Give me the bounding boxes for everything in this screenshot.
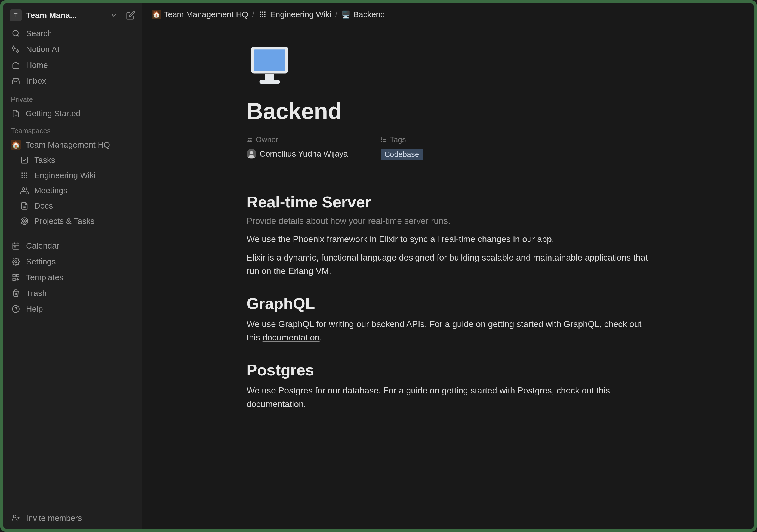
svg-rect-44 xyxy=(254,49,286,71)
workspace-switcher[interactable]: T Team Mana... xyxy=(3,6,142,24)
sidebar-page-projects-tasks[interactable]: Projects & Tasks xyxy=(3,213,142,229)
svg-point-0 xyxy=(13,30,18,36)
svg-rect-9 xyxy=(24,175,25,176)
chevron-down-icon xyxy=(110,12,117,19)
sidebar-item-label: Meetings xyxy=(34,186,68,195)
sidebar-item-label: Trash xyxy=(26,289,47,298)
house-icon: 🏠 xyxy=(152,10,161,19)
section-heading: Real-time Server xyxy=(247,193,649,211)
breadcrumb-label: Backend xyxy=(353,10,385,19)
page-icon xyxy=(11,109,21,118)
sidebar-page-tasks[interactable]: Tasks xyxy=(3,152,142,168)
section-heading: GraphQL xyxy=(247,294,649,313)
svg-rect-45 xyxy=(265,74,274,80)
tag-chip: Codebase xyxy=(381,149,423,160)
sidebar-item-home[interactable]: Home xyxy=(3,57,142,73)
svg-rect-12 xyxy=(24,177,25,178)
sidebar-page-meetings[interactable]: Meetings xyxy=(3,183,142,198)
sidebar-invite-members[interactable]: Invite members xyxy=(3,510,142,526)
main-content: 🏠 Team Management HQ / Engineering Wiki … xyxy=(142,3,754,529)
property-owner[interactable]: Owner Cornellius Yudha Wijaya xyxy=(247,135,348,160)
sidebar-item-label: Team Management HQ xyxy=(26,140,110,149)
sidebar-item-label: Search xyxy=(26,29,52,38)
sidebar-item-label: Settings xyxy=(26,257,55,266)
svg-rect-41 xyxy=(262,16,263,17)
sidebar-section-teamspaces: Teamspaces xyxy=(3,121,142,137)
svg-rect-6 xyxy=(24,172,25,174)
breadcrumb-item-wiki[interactable]: Engineering Wiki xyxy=(258,10,331,19)
paragraph: We use Postgres for our database. For a … xyxy=(247,384,649,411)
svg-point-19 xyxy=(24,221,25,222)
property-value: Cornellius Yudha Wijaya xyxy=(259,149,348,158)
sidebar-item-settings[interactable]: Settings xyxy=(3,254,142,269)
sidebar-page-engineering-wiki[interactable]: Engineering Wiki xyxy=(3,168,142,183)
sidebar-item-label: Templates xyxy=(26,273,63,282)
sidebar: T Team Mana... Search Notion AI xyxy=(3,3,142,529)
sidebar-item-help[interactable]: Help xyxy=(3,301,142,317)
documentation-link[interactable]: documentation xyxy=(262,332,320,342)
page-hero-icon[interactable] xyxy=(247,42,293,88)
sidebar-item-label: Getting Started xyxy=(26,109,80,118)
templates-icon xyxy=(11,273,21,282)
breadcrumb-label: Team Management HQ xyxy=(164,10,248,19)
property-tags[interactable]: Tags Codebase xyxy=(381,135,423,160)
svg-rect-4 xyxy=(21,157,28,163)
search-icon xyxy=(11,29,21,38)
svg-point-18 xyxy=(23,219,27,223)
paragraph: We use the Phoenix framework in Elixir t… xyxy=(247,233,649,246)
settings-icon xyxy=(11,258,21,266)
grid-icon xyxy=(19,171,29,180)
sidebar-item-inbox[interactable]: Inbox xyxy=(3,73,142,89)
breadcrumb-label: Engineering Wiki xyxy=(270,10,331,19)
property-label: Tags xyxy=(390,135,406,144)
sidebar-section-private: Private xyxy=(3,90,142,106)
sidebar-item-label: Invite members xyxy=(26,514,82,523)
new-page-icon[interactable] xyxy=(126,11,135,20)
svg-rect-11 xyxy=(22,177,23,178)
computer-icon: 🖥️ xyxy=(341,10,350,19)
ai-icon xyxy=(11,45,21,53)
sidebar-item-notion-ai[interactable]: Notion AI xyxy=(3,41,142,57)
svg-rect-28 xyxy=(13,278,15,281)
breadcrumb-item-current[interactable]: 🖥️ Backend xyxy=(341,10,385,19)
sidebar-item-templates[interactable]: Templates xyxy=(3,269,142,285)
svg-rect-38 xyxy=(262,14,263,15)
sidebar-item-label: Notion AI xyxy=(26,45,59,54)
section-graphql: GraphQL We use GraphQL for writing our b… xyxy=(247,294,649,344)
section-real-time-server: Real-time Server Provide details about h… xyxy=(247,193,649,278)
svg-rect-5 xyxy=(22,172,23,174)
svg-text:30: 30 xyxy=(14,246,17,249)
section-postgres: Postgres We use Postgres for our databas… xyxy=(247,361,649,411)
invite-icon xyxy=(11,514,21,522)
sidebar-page-docs[interactable]: Docs xyxy=(3,198,142,213)
svg-point-31 xyxy=(13,515,16,518)
breadcrumb-item-workspace[interactable]: 🏠 Team Management HQ xyxy=(152,10,248,19)
svg-rect-40 xyxy=(260,16,261,17)
property-label: Owner xyxy=(256,135,278,144)
svg-point-54 xyxy=(381,138,382,138)
svg-rect-37 xyxy=(260,14,261,15)
sidebar-item-search[interactable]: Search xyxy=(3,26,142,41)
sidebar-page-getting-started[interactable]: Getting Started xyxy=(3,106,142,121)
grid-icon xyxy=(258,10,267,19)
sidebar-teamspace[interactable]: 🏠 Team Management HQ xyxy=(3,137,142,152)
workspace-badge: T xyxy=(10,9,22,21)
sidebar-item-trash[interactable]: Trash xyxy=(3,285,142,301)
inbox-icon xyxy=(11,77,21,85)
sidebar-item-calendar[interactable]: 30 Calendar xyxy=(3,238,142,254)
svg-point-47 xyxy=(248,138,250,140)
svg-point-55 xyxy=(381,140,382,140)
sidebar-item-label: Engineering Wiki xyxy=(34,171,96,180)
sidebar-item-label: Docs xyxy=(34,201,53,210)
sidebar-top-nav: Search Notion AI Home Inbox xyxy=(3,24,142,90)
svg-rect-8 xyxy=(22,175,23,176)
documentation-link[interactable]: documentation xyxy=(247,399,304,409)
breadcrumb-separator: / xyxy=(251,10,255,19)
section-subtitle: Provide details about how your real-time… xyxy=(247,216,649,226)
avatar xyxy=(247,149,256,159)
workspace-name: Team Mana... xyxy=(26,11,106,20)
svg-point-50 xyxy=(250,151,253,154)
svg-point-25 xyxy=(15,261,17,263)
breadcrumb: 🏠 Team Management HQ / Engineering Wiki … xyxy=(142,3,754,26)
users-icon xyxy=(19,186,29,196)
